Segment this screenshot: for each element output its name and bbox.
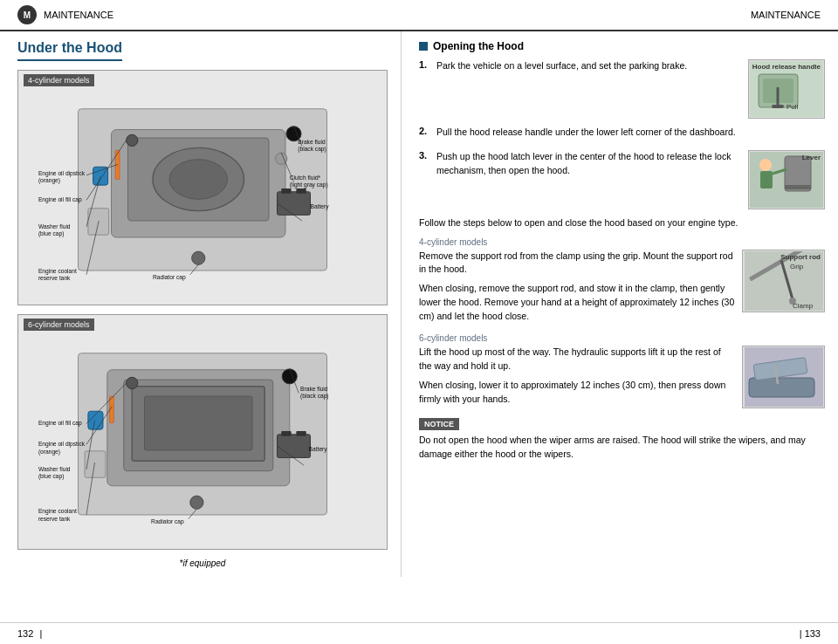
svg-text:Battery: Battery (311, 203, 330, 210)
six-cyl-texts: Lift the hood up most of the way. The hy… (419, 346, 735, 411)
svg-rect-40 (145, 396, 253, 450)
svg-text:Engine coolant: Engine coolant (38, 508, 77, 515)
svg-rect-44 (85, 451, 106, 477)
svg-rect-47 (296, 431, 306, 436)
svg-point-6 (127, 134, 138, 146)
six-cyl-diagram: 6-cylinder models (17, 314, 388, 550)
step-2-content: Pull the hood release handle under the l… (436, 126, 736, 140)
six-cyl-content-row: Lift the hood up most of the way. The hy… (419, 346, 825, 411)
step-3-content: Push up the hood latch lever in the cent… (436, 150, 741, 178)
notice-section: NOTICE Do not open the hood when the wip… (419, 418, 825, 462)
svg-text:(orange): (orange) (38, 177, 60, 184)
left-column: Under the Hood 4-cylinder models (0, 31, 402, 577)
svg-text:Grip: Grip (790, 263, 804, 271)
header: M MAINTENANCE MAINTENANCE (0, 0, 838, 31)
svg-text:(orange): (orange) (38, 449, 60, 456)
svg-text:(blue cap): (blue cap) (38, 473, 65, 480)
six-cyl-submodel: 6-cylinder models (419, 333, 825, 343)
header-icon-left: M (17, 5, 37, 24)
svg-point-48 (282, 369, 297, 384)
step-1-img-label: Hood release handle (752, 63, 821, 71)
svg-text:Pull: Pull (786, 103, 799, 111)
svg-text:reserve tank: reserve tank (38, 275, 71, 281)
four-cyl-diagram: 4-cylinder models (17, 70, 388, 305)
svg-point-41 (127, 377, 138, 388)
follow-text: Follow the steps below to open and close… (419, 216, 825, 230)
four-cyl-visual: Engine oil dipstick (orange) Engine oil … (18, 71, 387, 305)
main-content: Under the Hood 4-cylinder models (0, 31, 838, 577)
step-2: 2. Pull the hood release handle under th… (419, 126, 825, 143)
six-cyl-text1: Lift the hood up most of the way. The hy… (419, 346, 735, 373)
svg-rect-77 (760, 171, 773, 188)
svg-rect-45 (278, 435, 311, 458)
header-label-right: MAINTENANCE (751, 10, 821, 20)
section-heading: Opening the Hood (419, 40, 825, 52)
svg-text:Radiator cap: Radiator cap (151, 518, 184, 525)
step-1: 1. Park the vehicle on a level surface, … (419, 59, 825, 119)
svg-rect-9 (278, 192, 311, 216)
page-num-right: | 133 (800, 628, 821, 639)
notice-text: Do not open the hood when the wiper arms… (419, 434, 825, 462)
four-cyl-content-row: Remove the support rod from the clamp us… (419, 250, 825, 329)
four-cyl-svg: Engine oil dipstick (orange) Engine oil … (37, 92, 368, 284)
page-footer: 132 | | 133 (0, 622, 838, 644)
four-cyl-text1: Remove the support rod from the clamp us… (419, 250, 735, 277)
svg-point-76 (759, 159, 772, 171)
six-cyl-section: 6-cylinder models Lift the hood up most … (419, 333, 825, 411)
svg-text:Washer fluid: Washer fluid (38, 466, 71, 472)
svg-rect-46 (281, 431, 291, 436)
svg-point-49 (190, 496, 203, 509)
svg-text:Engine oil dipstick: Engine oil dipstick (38, 170, 86, 177)
step-3: 3. Push up the hood latch lever in the c… (419, 150, 825, 209)
svg-text:(black cap): (black cap) (300, 393, 328, 400)
svg-text:Engine oil fill cap: Engine oil fill cap (38, 196, 82, 203)
six-cyl-visual: Engine oil fill cap Engine oil dipstick … (18, 315, 387, 549)
svg-text:Engine coolant: Engine coolant (38, 268, 77, 275)
svg-text:Clutch fluid*: Clutch fluid* (290, 175, 321, 181)
step-1-content: Park the vehicle on a level surface, and… (436, 59, 687, 73)
four-cyl-text2: When closing, remove the support rod, an… (419, 282, 735, 323)
page-title: Under the Hood (17, 40, 122, 61)
svg-rect-72 (772, 105, 784, 108)
hydraulic-svg (745, 347, 823, 407)
right-column: Opening the Hood 1. Park the vehicle on … (402, 31, 838, 577)
if-equipped-note: *if equipped (17, 558, 388, 568)
step-2-text-block: 2. Pull the hood release handle under th… (419, 126, 825, 143)
svg-text:(blue cap): (blue cap) (38, 230, 65, 237)
svg-text:reserve tank: reserve tank (38, 516, 71, 522)
step-1-text-block: 1. Park the vehicle on a level surface, … (419, 59, 741, 77)
section-heading-text: Opening the Hood (433, 40, 524, 52)
support-rod-label: Support rod (780, 253, 821, 261)
step-3-img-label: Lever (802, 154, 821, 161)
four-cyl-texts: Remove the support rod from the clamp us… (419, 250, 735, 329)
step-3-row: 3. Push up the hood latch lever in the c… (419, 150, 741, 178)
step-2-row: 2. Pull the hood release handle under th… (419, 126, 825, 140)
svg-text:Engine oil fill cap: Engine oil fill cap (38, 420, 82, 427)
svg-rect-10 (281, 188, 291, 194)
svg-point-4 (169, 160, 228, 200)
four-cyl-section: 4-cylinder models Remove the support rod… (419, 237, 825, 329)
six-cyl-text2: When closing, lower it to approximately … (419, 379, 735, 407)
step-1-row: 1. Park the vehicle on a level surface, … (419, 59, 741, 73)
four-cyl-submodel: 4-cylinder models (419, 237, 825, 247)
step-3-image: Lever (748, 150, 825, 209)
svg-rect-79 (785, 185, 811, 189)
page-num-left: 132 | (17, 628, 45, 639)
svg-rect-42 (110, 396, 114, 422)
six-cyl-svg: Engine oil fill cap Engine oil dipstick … (37, 336, 368, 528)
svg-point-14 (192, 251, 205, 264)
blue-square-icon (419, 42, 428, 51)
svg-text:(light gray cap): (light gray cap) (290, 182, 328, 188)
svg-rect-87 (749, 378, 814, 397)
svg-text:Battery: Battery (309, 446, 328, 453)
svg-text:(black cap): (black cap) (298, 146, 326, 153)
step-1-image: Hood release handle Pull (748, 59, 825, 119)
svg-text:Engine oil dipstick: Engine oil dipstick (38, 441, 86, 448)
four-cyl-support-img: Support rod Grip Clamp (742, 250, 825, 312)
svg-text:Brake fluid: Brake fluid (298, 139, 326, 145)
six-cyl-hydraulic-img (742, 346, 825, 408)
svg-text:Washer fluid: Washer fluid (38, 223, 71, 230)
svg-rect-11 (296, 188, 306, 194)
notice-label: NOTICE (419, 418, 459, 430)
step-3-text-block: 3. Push up the hood latch lever in the c… (419, 150, 741, 182)
